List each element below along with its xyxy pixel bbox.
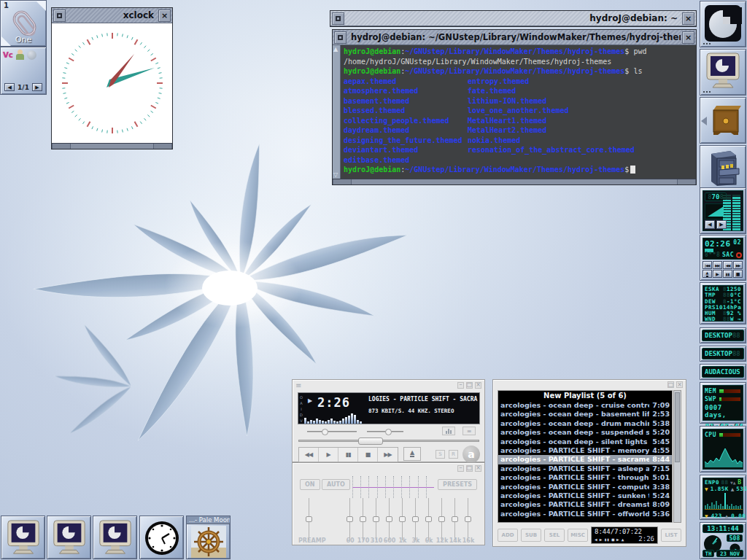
mini-stop-icon[interactable]: ■ — [611, 537, 614, 542]
eq-auto-button[interactable]: AUTO — [322, 479, 350, 490]
close-icon[interactable]: × — [475, 382, 481, 389]
scrollbar-thumb[interactable] — [675, 392, 680, 462]
terminal-back-window[interactable]: hydroJ@debian: ~ × — [330, 10, 697, 27]
playlist-sel-button[interactable]: SEL — [544, 529, 565, 542]
mini-next-icon[interactable]: ▶ — [616, 537, 619, 542]
user-app-icon[interactable] — [15, 50, 25, 60]
previous-button[interactable]: ◀◀ — [299, 448, 319, 462]
dock-tile-clock[interactable]: 88:88:8813:11:44 508 TH 23 NOV — [700, 522, 746, 559]
scroll-up-icon[interactable]: ▲ — [333, 46, 338, 52]
dock-tile-cdplayer[interactable]: 02:26 02 8**8 SAC |◀◀ ▶▶| ◀◀ ▶▶ ▲ ▶ ▮▮ ■ — [700, 235, 746, 281]
close-icon[interactable]: × — [682, 12, 694, 25]
equalizer-titlebar[interactable]: – □ × — [293, 463, 484, 473]
cd-rewind-button[interactable]: ◀◀ — [723, 261, 732, 269]
cd-forward-button[interactable]: ▶▶ — [733, 261, 743, 269]
clutterbar[interactable]: OAIDV — [299, 394, 303, 424]
wm-clip[interactable]: 1 One — [0, 0, 47, 47]
close-icon[interactable]: × — [158, 9, 171, 22]
dock-tile-xterm[interactable] — [700, 49, 746, 96]
playlist-item[interactable]: arcologies - PARTICLE SHIFT - through5:0… — [498, 473, 672, 482]
repeat-button[interactable]: R — [449, 450, 458, 459]
icon-tray[interactable]: Vc ◀ 1/1 ▶ — [0, 47, 47, 95]
eq-band-slider[interactable] — [363, 498, 363, 540]
minimize-icon[interactable]: – — [457, 382, 464, 389]
playlist-item[interactable]: arcologies - ocean deep - suspended s5:2… — [498, 428, 672, 437]
pager-next-button[interactable]: ▶ — [32, 83, 42, 91]
elapsed-time[interactable]: 2:26 — [317, 395, 350, 410]
eq-band-knob[interactable] — [386, 516, 392, 522]
playlist-sub-button[interactable]: SUB — [521, 529, 541, 542]
close-icon[interactable]: × — [676, 381, 683, 388]
resize-bar[interactable] — [52, 143, 172, 149]
eq-band-knob[interactable] — [347, 516, 353, 522]
eq-band-slider[interactable] — [428, 498, 429, 540]
eq-band-slider[interactable] — [402, 498, 403, 540]
dock-tile-drawer[interactable] — [700, 97, 746, 144]
mini-pause-icon[interactable]: ▮▮ — [604, 537, 609, 542]
mixer-next-button[interactable]: ▶ — [716, 220, 727, 229]
appicon-terminal-2[interactable] — [47, 516, 91, 559]
eq-on-button[interactable]: ON — [300, 479, 320, 490]
pager-prev-button[interactable]: ◀ — [4, 83, 15, 91]
cd-play-button[interactable]: ▶ — [713, 270, 722, 278]
playlist-box[interactable]: New Playlist (5 of 6) arcologies - ocean… — [498, 390, 673, 523]
minimize-icon[interactable]: – — [457, 465, 464, 472]
playlist-item[interactable]: arcologies - ocean deep - basement lif2:… — [498, 410, 672, 419]
eq-band-knob[interactable] — [438, 516, 445, 522]
xclock-titlebar[interactable]: xclock × — [52, 8, 172, 23]
playlist-item[interactable]: arcologies - PARTICLE SHIFT - compute3:3… — [498, 483, 672, 491]
next-button[interactable]: ▶▶ — [378, 448, 398, 462]
playlist-item[interactable]: arcologies - ocean deep - cruise contro7… — [498, 401, 672, 410]
cd-prev-track-button[interactable]: |◀◀ — [703, 261, 712, 269]
playlist-toggle-button[interactable]: ≡ — [462, 427, 476, 435]
shade-icon[interactable]: □ — [466, 465, 473, 472]
eq-band-slider[interactable] — [468, 498, 468, 540]
audacious-titlebar[interactable]: ≡ – □ × — [293, 380, 484, 390]
dock-tile-filemanager[interactable] — [700, 145, 746, 192]
miniaturize-button[interactable] — [334, 31, 347, 44]
steam-app-icon[interactable] — [27, 50, 36, 60]
terminal-back-titlebar[interactable]: hydroJ@debian: ~ × — [330, 11, 696, 26]
playlist-item[interactable]: arcologies - ocean deep - drum machin5:3… — [498, 419, 672, 428]
playlist-titlebar[interactable]: □ × — [665, 381, 683, 388]
playlist-add-button[interactable]: ADD — [498, 529, 518, 542]
terminal-scrollbar[interactable]: ▲ ▽ — [333, 45, 341, 179]
playlist-item[interactable]: arcologies - ocean deep - silent lights5… — [498, 438, 672, 446]
eq-presets-button[interactable]: PRESETS — [438, 479, 477, 490]
playlist-item[interactable]: arcologies - PARTICLE SHIFT - sacrame8:4… — [498, 455, 672, 464]
eq-band-knob[interactable] — [360, 516, 366, 522]
dock-tile-memory[interactable]: MEM SWP 0007 days, 88:88:8801:46:44 — [700, 382, 746, 424]
eq-band-knob[interactable] — [452, 516, 458, 522]
terminal-text[interactable]: hydroJ@debian:~/GNUstep/Library/WindowMa… — [341, 45, 696, 179]
player-display[interactable]: OAIDV ▶ 2:26 LOGIES - PARTICLE SHIFT - S… — [298, 392, 480, 424]
stop-button[interactable]: ■ — [358, 448, 378, 462]
cd-eject-button[interactable]: ▲ — [703, 270, 712, 278]
close-icon[interactable]: × — [475, 465, 481, 472]
pause-button[interactable]: ▮▮ — [338, 448, 358, 462]
preamp-slider[interactable] — [309, 498, 309, 540]
song-title-marquee[interactable]: LOGIES - PARTICLE SHIFT - SACRA — [368, 396, 479, 402]
dock-lcd-audacious[interactable]: AUDACIOUS — [700, 364, 746, 380]
appicon-terminal-3[interactable] — [93, 516, 137, 559]
shade-icon[interactable]: □ — [667, 381, 674, 388]
vlc-app-icon[interactable]: Vc — [3, 51, 13, 59]
terminal-body[interactable]: ▲ ▽ hydroJ@debian:~/GNUstep/Library/Wind… — [333, 45, 696, 179]
mixer-prev-button[interactable]: ◀ — [705, 220, 715, 229]
eject-button[interactable]: ▲ — [403, 447, 421, 461]
resize-bar[interactable] — [333, 179, 696, 184]
playlist-item[interactable]: arcologies - PARTICLE SHIFT - memory4:55 — [498, 446, 672, 455]
dock-tile-network[interactable]: ENP0 88 ▼▲ B ▼1.85K ▲535 ▼423 ▲0.00 — [700, 475, 746, 520]
dock-tile-mixer[interactable]: 8708 ◀ ▶ — [700, 187, 746, 234]
dock-tile-weather[interactable]: ESKA81250 TMP880°C DEW8-1°C PRS1014hPa H… — [700, 282, 746, 324]
eq-band-slider[interactable] — [415, 498, 416, 540]
mini-play-icon[interactable]: ▶ — [600, 537, 603, 542]
playlist-misc-button[interactable]: MISC — [568, 529, 588, 542]
miniaturize-button[interactable] — [332, 12, 344, 25]
eq-band-slider[interactable] — [441, 498, 442, 540]
eq-band-slider[interactable] — [376, 498, 376, 540]
volume-slider[interactable] — [307, 431, 357, 432]
drawer-arrow-icon[interactable] — [701, 117, 707, 125]
playlist-item[interactable]: arcologies - PARTICLE SHIFT - sunken t5:… — [498, 491, 672, 500]
eq-band-slider[interactable] — [389, 498, 390, 540]
shuffle-button[interactable]: S — [436, 450, 445, 459]
